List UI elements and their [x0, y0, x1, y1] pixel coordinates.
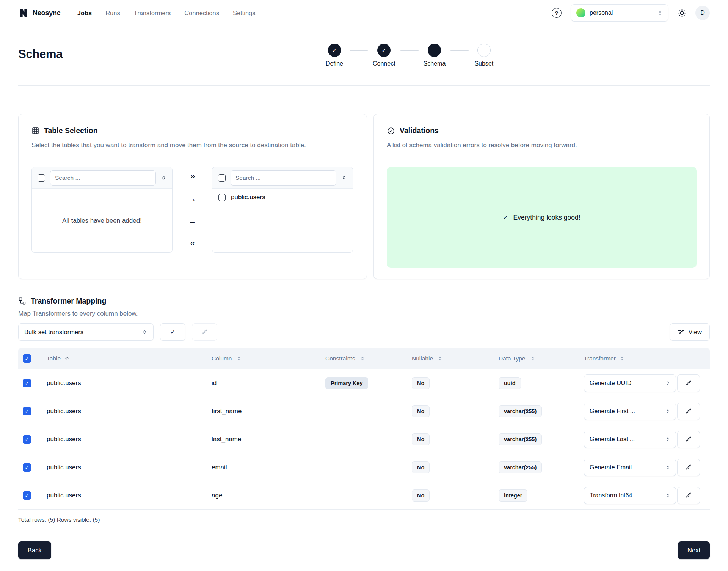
nullable-badge: No	[412, 405, 430, 417]
transformer-mapping-section: Transformer Mapping Map Transformers to …	[18, 297, 710, 523]
nullable-badge: No	[412, 433, 430, 445]
source-search-input[interactable]	[50, 170, 156, 186]
destination-item-checkbox[interactable]	[218, 194, 226, 201]
apply-bulk-button[interactable]: ✓	[160, 323, 185, 341]
column-header-nullable[interactable]: Nullable	[412, 355, 433, 362]
step-connect[interactable]: ✓ Connect	[373, 44, 395, 67]
nav-item-jobs[interactable]: Jobs	[77, 9, 92, 17]
title-row: Schema ✓ Define ✓ Connect Schema Subset	[18, 43, 710, 70]
edit-transformer-button[interactable]	[677, 487, 700, 504]
nav-item-runs[interactable]: Runs	[105, 9, 120, 17]
nav-item-settings[interactable]: Settings	[233, 9, 256, 17]
transformer-mapping-header: Transformer Mapping	[18, 297, 710, 305]
table-selection-card: Table Selection Select the tables that y…	[18, 114, 367, 279]
column-header-constraints[interactable]: Constraints	[325, 355, 355, 362]
row-checkbox[interactable]	[23, 407, 31, 415]
user-avatar[interactable]: D	[695, 6, 710, 20]
cell-column: age	[212, 492, 222, 499]
sort-icon[interactable]	[530, 356, 535, 361]
cell-table: public.users	[47, 379, 81, 387]
bulk-set-transformers-select[interactable]: Bulk set transformers	[18, 323, 154, 341]
row-count-summary: Total rows: (5) Rows visible: (5)	[18, 516, 710, 523]
wizard-stepper: ✓ Define ✓ Connect Schema Subset	[324, 44, 494, 67]
transformer-select[interactable]: Generate First ...	[584, 403, 676, 420]
step-schema[interactable]: Schema	[424, 44, 446, 67]
cell-column: email	[212, 464, 227, 471]
cell-column: first_name	[212, 407, 242, 415]
nav-item-connections[interactable]: Connections	[184, 9, 219, 17]
select-all-rows-checkbox[interactable]	[23, 354, 31, 363]
chevrons-up-down-icon	[657, 10, 663, 16]
account-switcher[interactable]: personal	[571, 4, 668, 22]
nullable-badge: No	[412, 461, 430, 473]
circle-check-icon	[387, 127, 395, 135]
column-header-transformer[interactable]: Transformer	[584, 355, 616, 362]
back-button[interactable]: Back	[18, 541, 51, 559]
help-icon[interactable]: ?	[552, 8, 562, 18]
sort-asc-icon[interactable]	[64, 355, 70, 361]
column-header-data-type[interactable]: Data Type	[499, 355, 525, 362]
transformer-mapping-title: Transformer Mapping	[31, 297, 106, 305]
theme-toggle-sun-icon[interactable]	[678, 9, 686, 17]
transformer-select[interactable]: Generate Email	[584, 459, 676, 476]
sort-icon[interactable]	[237, 356, 242, 361]
sort-icon[interactable]	[619, 356, 624, 361]
sort-icon[interactable]	[438, 356, 443, 361]
source-select-all-checkbox[interactable]	[38, 174, 45, 182]
step-label: Schema	[424, 60, 446, 67]
transformer-select-value: Generate UUID	[590, 380, 631, 387]
validations-header: Validations	[387, 126, 697, 135]
transformer-select[interactable]: Generate UUID	[584, 374, 676, 392]
source-empty-message: All tables have been added!	[32, 189, 172, 253]
source-listbox-header	[32, 167, 172, 189]
chevrons-up-down-icon	[665, 381, 670, 386]
step-subset[interactable]: Subset	[474, 44, 494, 67]
navbar-right: ? personal D	[552, 4, 710, 22]
chevrons-up-down-icon	[665, 493, 670, 498]
primary-key-badge: Primary Key	[325, 377, 368, 389]
view-button[interactable]: View	[670, 323, 710, 341]
transformer-select[interactable]: Generate Last ...	[584, 431, 676, 448]
step-connector	[400, 50, 419, 51]
row-checkbox[interactable]	[23, 463, 31, 472]
edit-transformer-button[interactable]	[677, 459, 700, 476]
cell-table: public.users	[47, 407, 81, 415]
nav-links: Jobs Runs Transformers Connections Setti…	[77, 9, 256, 17]
edit-transformer-button[interactable]	[677, 431, 700, 448]
row-checkbox[interactable]	[23, 491, 31, 500]
step-define[interactable]: ✓ Define	[324, 44, 345, 67]
column-header-column[interactable]: Column	[212, 355, 232, 362]
column-header-table[interactable]: Table	[47, 355, 61, 362]
brand[interactable]: Neosync	[18, 8, 61, 18]
step-label: Connect	[373, 60, 395, 67]
sort-toggle-icon[interactable]	[161, 175, 166, 181]
edit-bulk-button[interactable]	[192, 323, 217, 341]
move-all-left-button[interactable]: «	[188, 238, 197, 249]
cell-table: public.users	[47, 492, 81, 499]
transformer-select[interactable]: Transform Int64	[584, 487, 676, 504]
cell-table: public.users	[47, 436, 81, 443]
destination-search-input[interactable]	[231, 170, 336, 186]
neosync-logo-icon	[18, 8, 29, 18]
divider	[18, 85, 710, 86]
pencil-icon	[686, 436, 692, 442]
sort-toggle-icon[interactable]	[341, 175, 347, 181]
sort-icon[interactable]	[360, 356, 365, 361]
check-icon: ✓	[503, 214, 508, 222]
nav-item-transformers[interactable]: Transformers	[134, 9, 171, 17]
validation-success-box: ✓ Everything looks good!	[387, 167, 697, 268]
edit-transformer-button[interactable]	[677, 403, 700, 420]
transformer-select-value: Generate Email	[590, 464, 632, 471]
move-left-button[interactable]: ←	[186, 216, 199, 226]
move-all-right-button[interactable]: »	[188, 171, 197, 181]
row-checkbox[interactable]	[23, 379, 31, 387]
move-right-button[interactable]: →	[186, 194, 199, 203]
next-button[interactable]: Next	[678, 541, 710, 559]
cell-column: last_name	[212, 436, 241, 443]
destination-select-all-checkbox[interactable]	[218, 174, 226, 182]
edit-transformer-button[interactable]	[677, 374, 700, 392]
chevrons-up-down-icon	[142, 329, 147, 335]
row-checkbox[interactable]	[23, 435, 31, 444]
data-type-badge: varchar(255)	[499, 433, 542, 445]
chevrons-up-down-icon	[665, 465, 670, 470]
